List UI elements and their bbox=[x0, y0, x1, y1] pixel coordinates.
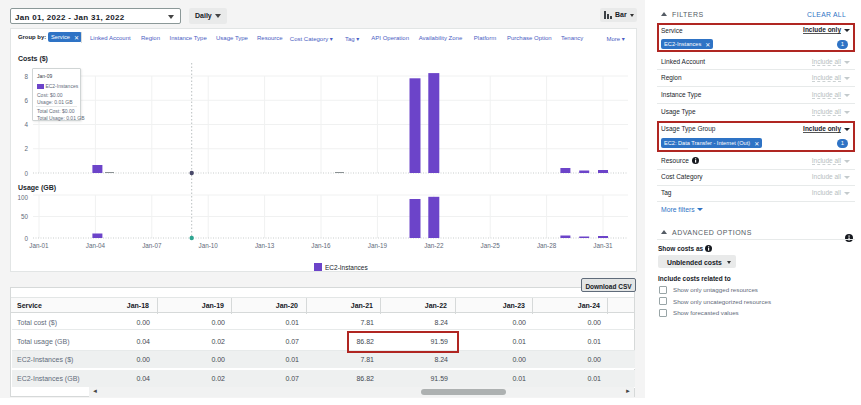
svg-text:Jan-01: Jan-01 bbox=[29, 242, 49, 249]
svg-text:Jan-10: Jan-10 bbox=[199, 242, 219, 249]
svg-text:Jan-13: Jan-13 bbox=[255, 242, 275, 249]
svg-text:Jan-16: Jan-16 bbox=[311, 242, 331, 249]
svg-text:50: 50 bbox=[21, 213, 29, 220]
svg-text:4: 4 bbox=[24, 121, 28, 128]
svg-text:Costs ($): Costs ($) bbox=[18, 55, 48, 63]
svg-text:Usage (GB): Usage (GB) bbox=[18, 184, 56, 192]
svg-text:Jan-25: Jan-25 bbox=[481, 242, 501, 249]
svg-text:Jan-04: Jan-04 bbox=[86, 242, 106, 249]
svg-text:0: 0 bbox=[24, 235, 28, 242]
svg-text:Jan-19: Jan-19 bbox=[368, 242, 388, 249]
svg-text:0: 0 bbox=[24, 170, 28, 177]
svg-text:6: 6 bbox=[24, 97, 28, 104]
svg-text:Jan-07: Jan-07 bbox=[142, 242, 162, 249]
svg-text:Jan-22: Jan-22 bbox=[424, 242, 444, 249]
svg-text:8: 8 bbox=[24, 73, 28, 80]
svg-text:Jan-28: Jan-28 bbox=[537, 242, 557, 249]
svg-text:100: 100 bbox=[17, 194, 28, 201]
svg-text:Jan-31: Jan-31 bbox=[593, 242, 613, 249]
svg-text:2: 2 bbox=[24, 145, 28, 152]
svg-text:EC2-Instances: EC2-Instances bbox=[325, 264, 368, 271]
